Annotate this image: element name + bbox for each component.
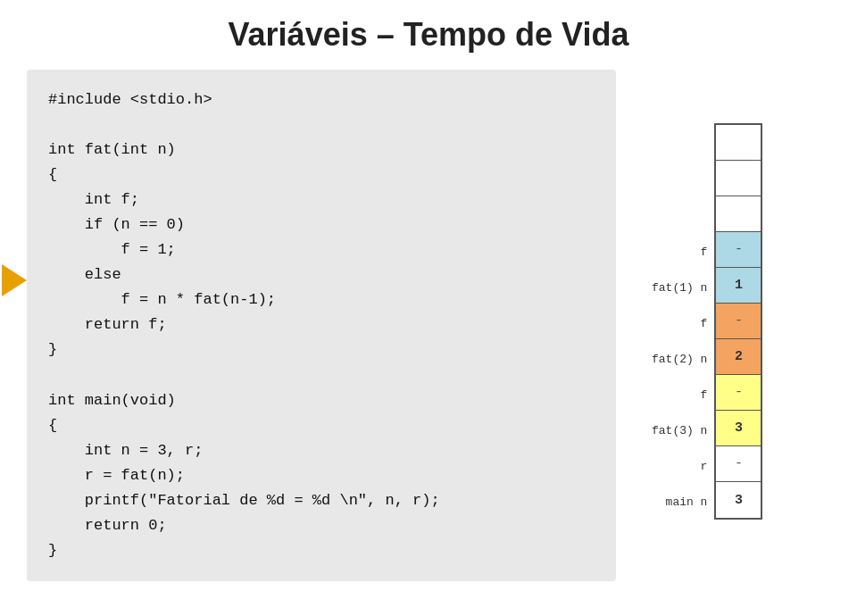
stack-cell-2: [716, 196, 761, 232]
code-block: #include <stdio.h> int fat(int n) { int …: [48, 87, 595, 563]
stack-label-2: [707, 198, 711, 234]
stack-cell-7: -: [716, 375, 761, 411]
stack-cell-8: 3: [716, 411, 761, 446]
stack-cell-0: [716, 125, 761, 161]
stack-label-1: [707, 162, 711, 198]
stack-cell-1: [716, 161, 761, 196]
stack-label-8: fat(3) n: [652, 412, 711, 448]
stack-cell-3: -: [716, 232, 761, 268]
arrow-icon: [2, 264, 27, 296]
stack-cell-6: 2: [716, 339, 761, 375]
code-panel: #include <stdio.h> int fat(int n) { int …: [27, 70, 616, 581]
main-content: #include <stdio.h> int fat(int n) { int …: [0, 70, 857, 581]
stack-cell-9: -: [716, 446, 761, 482]
stack-label-10: main n: [666, 484, 711, 520]
stack-label-7: f: [701, 377, 711, 412]
stack-label-5: f: [701, 305, 711, 341]
page-title-area: Variáveis – Tempo de Vida: [0, 0, 857, 64]
stack-label-0: [707, 127, 711, 162]
page-title: Variáveis – Tempo de Vida: [0, 16, 857, 54]
stack-cell-10: 3: [716, 482, 761, 518]
stack-cells: -1-2-3-3: [714, 123, 762, 520]
stack-panel: ffat(1) nffat(2) nffat(3) nrmain n -1-2-…: [652, 123, 762, 520]
stack-cell-5: -: [716, 304, 761, 339]
stack-labels: ffat(1) nffat(2) nffat(3) nrmain n: [652, 127, 711, 520]
stack-label-4: fat(1) n: [652, 270, 711, 305]
stack-label-6: fat(2) n: [652, 341, 711, 377]
stack-cell-4: 1: [716, 268, 761, 304]
stack-label-3: f: [701, 234, 711, 270]
stack-label-9: r: [701, 448, 711, 484]
